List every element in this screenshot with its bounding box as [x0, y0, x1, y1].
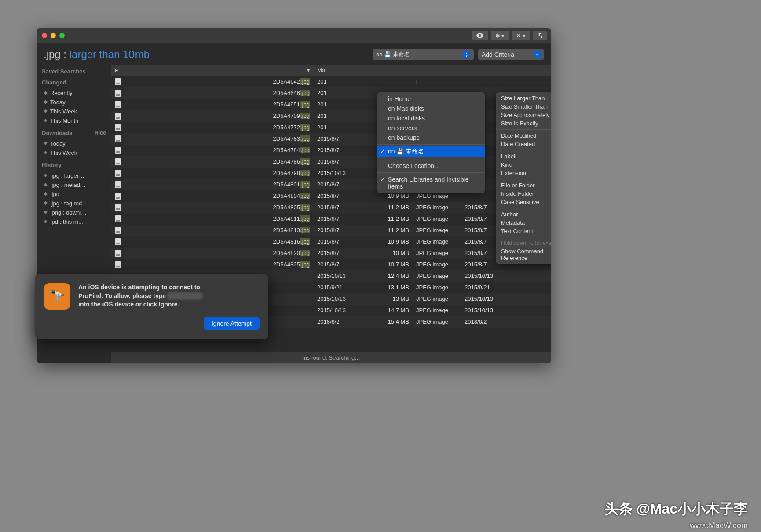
criteria-option[interactable]: Text Content: [496, 227, 551, 235]
gear-icon: ✱: [44, 150, 48, 156]
sidebar-item-history[interactable]: ✱.jpg : tag red: [42, 199, 106, 208]
table-row[interactable]: 2D5A4816.jpg2015/8/710.9 MBJPEG image201…: [111, 236, 551, 248]
criteria-option[interactable]: Label: [496, 152, 551, 160]
criteria-option[interactable]: Case Sensitive: [496, 198, 551, 206]
sidebar-item-changed[interactable]: ✱Recently: [42, 88, 106, 98]
table-row[interactable]: 2D5A4825.jpg2015/8/710.7 MBJPEG image201…: [111, 259, 551, 270]
connect-dialog: 🔭 An iOS device is attempting to connect…: [35, 274, 268, 339]
column-headers: e▾ Mo: [111, 65, 551, 76]
criteria-option[interactable]: Kind: [496, 160, 551, 169]
file-icon: [115, 78, 121, 85]
table-row[interactable]: 2D5A4642.jpg201i: [111, 76, 551, 87]
table-row[interactable]: 2D5A4783.jpg2015/8/711.2 MBJPEG in: [111, 133, 551, 145]
location-option[interactable]: on local disks: [377, 113, 485, 123]
app-icon: 🔭: [44, 283, 70, 310]
table-row[interactable]: 2D5A4820.jpg2015/8/710 MBJPEG image2015/…: [111, 248, 551, 259]
file-icon: [115, 101, 121, 108]
criteria-option[interactable]: Metadata: [496, 219, 551, 227]
choose-location[interactable]: Choose Location…: [377, 161, 485, 171]
gear-icon: ✱: [44, 219, 48, 225]
table-row[interactable]: 2D5A4772.jpg201in: [111, 122, 551, 133]
criteria-option[interactable]: Size Is Exactly: [496, 119, 551, 128]
sidebar-item-changed[interactable]: ✱Today: [42, 98, 106, 107]
close-button[interactable]: [42, 33, 47, 38]
criteria-option[interactable]: Inside Folder: [496, 189, 551, 198]
file-icon: [115, 170, 121, 177]
table-row[interactable]: 2D5A4813.jpg2015/8/711.2 MBJPEG image201…: [111, 225, 551, 236]
table-row[interactable]: 2D5A4646.jpg201i: [111, 87, 551, 99]
col-modified[interactable]: Mo: [314, 67, 377, 73]
sidebar-item-history[interactable]: ✱.png : downl…: [42, 208, 106, 217]
criteria-option[interactable]: Size Larger Than: [496, 94, 551, 102]
table-row[interactable]: 2D5A4798.jpg2015/10/1310.5 MBJPEG in: [111, 168, 551, 179]
show-command-ref[interactable]: Show Command Reference: [496, 247, 551, 262]
file-icon: [115, 158, 121, 165]
status-bar: ms found. Searching…: [111, 352, 551, 363]
sidebar-item-downloads[interactable]: ✱Today: [42, 139, 106, 148]
location-dropdown: in Homeon Mac diskson local diskson serv…: [377, 92, 485, 193]
gear-icon: ✱: [44, 173, 48, 179]
table-row[interactable]: 2D5A4811.jpg2015/8/711.2 MBJPEG image201…: [111, 213, 551, 225]
search-bar: .jpg : larger than 10mb on 💾 未命名 ▴▾ Add …: [37, 43, 551, 65]
location-option[interactable]: in Home: [377, 94, 485, 104]
location-option[interactable]: on servers: [377, 123, 485, 133]
hide-button[interactable]: Hide: [95, 130, 106, 136]
location-option-selected[interactable]: ✓on 💾 未命名: [377, 146, 485, 157]
maximize-button[interactable]: [59, 33, 65, 38]
table-row[interactable]: 2D5A4804.jpg2015/8/710.9 MBJPEG image: [111, 190, 551, 202]
add-criteria-select[interactable]: Add Criteria ▾: [478, 49, 544, 60]
tools-button[interactable]: ✕ ▾: [512, 31, 530, 40]
sidebar-head-downloads: DownloadsHide: [42, 130, 106, 136]
share-button[interactable]: [533, 31, 547, 40]
table-row[interactable]: 2D5A4784.jpg2015/8/710.8 MBJPEG in: [111, 145, 551, 156]
ignore-button[interactable]: Ignore Attempt: [204, 317, 260, 330]
sidebar-head-history: History: [42, 162, 106, 168]
criteria-option[interactable]: Author: [496, 210, 551, 219]
sidebar-item-changed[interactable]: ✱This Week: [42, 107, 106, 116]
search-invisible-toggle[interactable]: ✓Search Libraries and Invisible Items: [377, 175, 485, 191]
sidebar-head-saved: Saved Searches: [42, 68, 106, 75]
file-icon: [115, 113, 121, 120]
settings-button[interactable]: ✱ ▾: [491, 31, 509, 40]
file-icon: [115, 124, 121, 131]
file-icon: [115, 238, 121, 245]
file-icon: [115, 204, 121, 211]
sidebar-item-history[interactable]: ✱.jpg : metad…: [42, 180, 106, 189]
sidebar-item-history[interactable]: ✱.jpg: [42, 189, 106, 199]
gear-icon: ✱: [44, 109, 48, 114]
minimize-button[interactable]: [51, 33, 56, 38]
criteria-option[interactable]: Size Approximately: [496, 111, 551, 119]
criteria-option[interactable]: Date Created: [496, 140, 551, 148]
location-select[interactable]: on 💾 未命名 ▴▾: [373, 49, 474, 60]
file-icon: [115, 90, 121, 97]
criteria-option[interactable]: File or Folder: [496, 181, 551, 189]
table-row[interactable]: 2D5A4805.jpg2015/8/711.2 MBJPEG image201…: [111, 202, 551, 213]
file-icon: [115, 250, 121, 257]
sidebar-item-history[interactable]: ✱.jpg : larger…: [42, 171, 106, 180]
table-row[interactable]: 2D5A4651.jpg201in: [111, 99, 551, 110]
watermark: 头条 @Mac小小木子李: [604, 499, 748, 519]
table-row[interactable]: 2D5A4709.jpg201in: [111, 110, 551, 122]
chevron-down-icon: ▾: [534, 51, 541, 58]
criteria-hint: Hold down ⌥ for examples.: [496, 239, 551, 247]
criteria-dropdown: Size Larger ThanSize Smaller ThanSize Ap…: [496, 92, 551, 264]
titlebar: ✱ ▾ ✕ ▾: [37, 28, 551, 43]
sidebar-item-history[interactable]: ✱.pdf: this m…: [42, 217, 106, 226]
table-row[interactable]: 2D5A4801.jpg2015/8/710.8 MBJPEG in: [111, 179, 551, 190]
location-option[interactable]: on Mac disks: [377, 104, 485, 113]
preview-button[interactable]: [472, 31, 488, 40]
table-row[interactable]: 2D5A4786.jpg2015/8/710.1 MBJPEG in: [111, 156, 551, 168]
traffic-lights: [42, 33, 65, 38]
criteria-option[interactable]: Date Modified: [496, 131, 551, 140]
sidebar-item-changed[interactable]: ✱This Month: [42, 116, 106, 125]
criteria-option[interactable]: Extension: [496, 169, 551, 177]
sidebar-item-downloads[interactable]: ✱This Week: [42, 148, 106, 157]
gear-icon: ✱: [44, 118, 48, 124]
criteria-option[interactable]: Size Smaller Than: [496, 102, 551, 111]
col-name[interactable]: e▾: [111, 67, 314, 73]
location-option[interactable]: on backups: [377, 133, 485, 142]
file-icon: [115, 227, 121, 234]
file-icon: [115, 147, 121, 154]
gear-icon: ✱: [44, 141, 48, 146]
search-input[interactable]: .jpg : larger than 10mb: [44, 48, 368, 61]
